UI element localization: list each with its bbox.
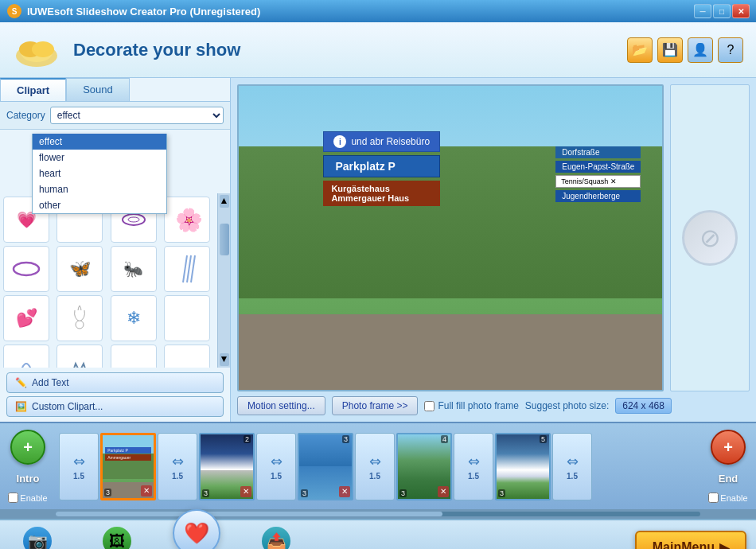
help-button[interactable]: 👤 bbox=[688, 37, 713, 63]
dropdown-item-other[interactable]: other bbox=[33, 197, 166, 213]
film-slide-2[interactable]: 2 ✕ 3 bbox=[199, 433, 255, 500]
motion-settings-button[interactable]: Motion setting... bbox=[237, 396, 325, 415]
slide-delete-3[interactable]: ✕ bbox=[339, 486, 350, 497]
dropdown-item-flower[interactable]: flower bbox=[33, 150, 166, 165]
clipart-item[interactable] bbox=[164, 345, 210, 368]
slide-delete-1[interactable]: ✕ bbox=[141, 485, 152, 496]
save-button[interactable]: 💾 bbox=[657, 37, 683, 63]
preview-areas: i und abr Reisebüro Parkplatz P Kurgäste… bbox=[237, 84, 750, 391]
side-preview-placeholder: ⊘ bbox=[682, 210, 738, 266]
header: Decorate your show 📂 💾 👤 ? bbox=[0, 22, 756, 78]
main-menu-button[interactable]: MainMenu ▶ bbox=[635, 531, 746, 550]
app-logo bbox=[13, 30, 60, 70]
scroll-up-arrow[interactable]: ▲ bbox=[220, 195, 229, 208]
add-text-button[interactable]: ✏️ Add Text bbox=[6, 372, 224, 393]
open-folder-button[interactable]: 📂 bbox=[627, 37, 653, 63]
clipart-item[interactable]: ❄ bbox=[111, 295, 157, 341]
scroll-down-arrow[interactable]: ▼ bbox=[220, 353, 229, 366]
intro-enable-checkbox[interactable] bbox=[8, 493, 18, 503]
film-slide-5[interactable]: 5 3 bbox=[495, 433, 551, 500]
film-transition-1[interactable]: ⇔ 1.5 bbox=[59, 433, 99, 500]
category-dropdown[interactable]: effect flower heart human other bbox=[32, 134, 167, 214]
film-transition-4[interactable]: ⇔ 1.5 bbox=[355, 433, 395, 500]
nav-template[interactable]: 🖼 Template bbox=[89, 527, 145, 549]
clipart-item[interactable] bbox=[164, 295, 210, 341]
svg-line-10 bbox=[183, 255, 187, 282]
maximize-button[interactable]: □ bbox=[713, 4, 731, 18]
question-button[interactable]: ? bbox=[718, 37, 743, 63]
clipart-item[interactable] bbox=[57, 295, 103, 341]
transition-duration-2: 1.5 bbox=[172, 472, 183, 481]
filmstrip-scroll[interactable]: ⇔ 1.5 Parkplatz P Ammergauer ✕ 3 ⇔ 1.5 bbox=[56, 426, 700, 506]
transition-duration-5: 1.5 bbox=[468, 472, 479, 481]
end-enable-row: Enable bbox=[708, 493, 747, 503]
nav-photo[interactable]: 📷 Photo bbox=[10, 527, 65, 549]
clipart-area: 💗 🌸 🦋 🐜 bbox=[0, 193, 230, 368]
transition-duration-4: 1.5 bbox=[369, 472, 380, 481]
dropdown-item-heart[interactable]: heart bbox=[33, 165, 166, 181]
dropdown-item-human[interactable]: human bbox=[33, 181, 166, 197]
film-slide-1[interactable]: Parkplatz P Ammergauer ✕ 3 bbox=[100, 433, 156, 500]
slide-delete-4[interactable]: ✕ bbox=[438, 486, 449, 497]
suggest-label: Suggest photo size: bbox=[525, 400, 609, 411]
clipart-item[interactable]: 💕 bbox=[3, 295, 49, 341]
clipart-item[interactable] bbox=[3, 246, 49, 292]
film-transition-2[interactable]: ⇔ 1.5 bbox=[158, 433, 197, 500]
category-label: Category bbox=[6, 110, 45, 121]
film-slide-4[interactable]: 4 ✕ 3 bbox=[396, 433, 452, 500]
film-end: + End Enable bbox=[700, 426, 756, 506]
intro-add-button[interactable]: + bbox=[10, 430, 45, 465]
nav-decorate[interactable]: ❤️ Decorate bbox=[169, 525, 224, 549]
intro-enable-row: Enable bbox=[8, 493, 47, 503]
custom-clipart-label: Custom Clipart... bbox=[32, 401, 103, 412]
transition-duration-3: 1.5 bbox=[271, 472, 282, 481]
publish-nav-icon: 📤 bbox=[262, 527, 290, 549]
clipart-item[interactable] bbox=[164, 246, 210, 292]
svg-point-13 bbox=[76, 321, 84, 329]
dropdown-item-effect[interactable]: effect bbox=[33, 134, 166, 150]
slide-duration-5: 3 bbox=[498, 489, 505, 497]
clipart-item[interactable] bbox=[111, 345, 157, 368]
filmstrip-scrollbar[interactable] bbox=[0, 509, 756, 519]
clipart-scrollbar[interactable]: ▲ ▼ bbox=[217, 193, 230, 368]
main-menu-label: MainMenu bbox=[653, 540, 715, 549]
full-fill-label: Full fill photo frame bbox=[438, 400, 518, 411]
transition-duration-1: 1.5 bbox=[73, 472, 84, 481]
slide-duration-2: 3 bbox=[202, 489, 209, 497]
nav-publish[interactable]: 📤 Publish bbox=[248, 527, 304, 549]
transition-icon-6: ⇔ bbox=[567, 453, 579, 470]
image-icon: 🖼️ bbox=[15, 401, 27, 412]
category-select[interactable]: effect flower heart human other bbox=[50, 107, 224, 124]
clipart-item[interactable] bbox=[3, 345, 49, 368]
panel-tabs: Clipart Sound bbox=[0, 78, 230, 102]
photo-preview: i und abr Reisebüro Parkplatz P Kurgäste… bbox=[239, 86, 662, 390]
end-add-button[interactable]: + bbox=[711, 430, 746, 465]
scroll-thumb-h[interactable] bbox=[56, 512, 442, 516]
film-slide-3[interactable]: 3 ✕ 3 bbox=[298, 433, 353, 500]
minimize-button[interactable]: ─ bbox=[694, 4, 711, 18]
film-transition-3[interactable]: ⇔ 1.5 bbox=[256, 433, 296, 500]
film-transition-6[interactable]: ⇔ 1.5 bbox=[552, 433, 592, 500]
close-button[interactable]: ✕ bbox=[732, 4, 750, 18]
info-sign: i und abr Reisebüro bbox=[323, 131, 440, 152]
slide-delete-2[interactable]: ✕ bbox=[240, 486, 251, 497]
dorfstr-sign: Dorfstraße bbox=[555, 146, 641, 158]
full-fill-checkbox[interactable] bbox=[424, 401, 435, 411]
title-bar: S IUWEsoft Slideshow Creator Pro (Unregi… bbox=[0, 0, 756, 22]
header-toolbar: 📂 💾 👤 ? bbox=[627, 37, 743, 63]
end-label: End bbox=[719, 473, 738, 485]
photo-frame-button[interactable]: Photo frame >> bbox=[332, 396, 419, 415]
tab-clipart[interactable]: Clipart bbox=[0, 78, 66, 101]
full-fill-row: Full fill photo frame bbox=[424, 400, 518, 411]
clipart-item[interactable]: 🐜 bbox=[111, 246, 157, 292]
preview-panel: i und abr Reisebüro Parkplatz P Kurgäste… bbox=[231, 78, 756, 422]
clipart-item[interactable]: 🦋 bbox=[57, 246, 103, 292]
side-preview: ⊘ bbox=[670, 84, 750, 391]
tab-sound[interactable]: Sound bbox=[66, 78, 130, 101]
end-enable-checkbox[interactable] bbox=[708, 493, 719, 503]
scroll-thumb[interactable] bbox=[220, 224, 229, 255]
clipart-item[interactable]: 🌸 bbox=[164, 197, 210, 243]
clipart-item[interactable] bbox=[57, 345, 103, 368]
custom-clipart-button[interactable]: 🖼️ Custom Clipart... bbox=[6, 396, 224, 417]
film-transition-5[interactable]: ⇔ 1.5 bbox=[454, 433, 493, 500]
